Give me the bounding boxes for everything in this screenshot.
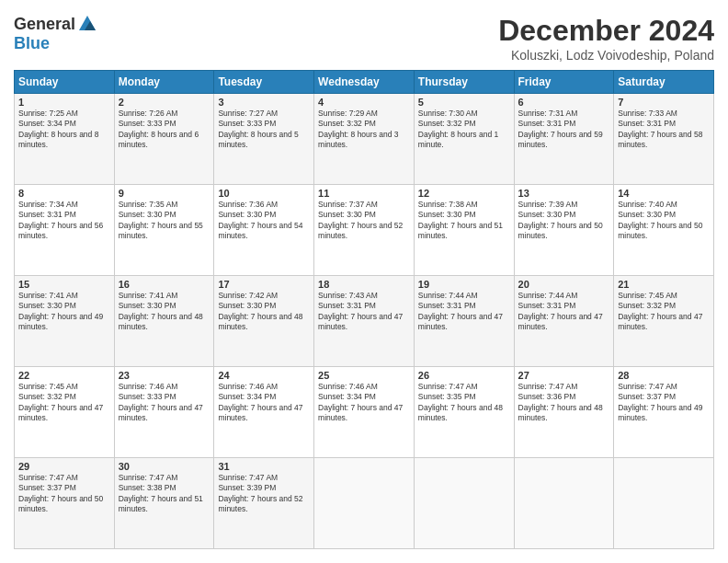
day-content: Sunrise: 7:38 AMSunset: 3:30 PMDaylight:… (418, 200, 510, 242)
calendar-table: Sunday Monday Tuesday Wednesday Thursday… (14, 70, 714, 549)
day-number: 13 (518, 188, 610, 199)
day-number: 3 (218, 97, 310, 108)
calendar-cell: 24Sunrise: 7:46 AMSunset: 3:34 PMDayligh… (214, 367, 314, 458)
calendar-week-3: 15Sunrise: 7:41 AMSunset: 3:30 PMDayligh… (15, 276, 714, 367)
day-content: Sunrise: 7:37 AMSunset: 3:30 PMDaylight:… (318, 200, 410, 242)
calendar-cell: 31Sunrise: 7:47 AMSunset: 3:39 PMDayligh… (214, 458, 314, 549)
day-content: Sunrise: 7:47 AMSunset: 3:39 PMDaylight:… (218, 473, 310, 515)
header-wednesday: Wednesday (314, 71, 415, 94)
calendar-cell: 20Sunrise: 7:44 AMSunset: 3:31 PMDayligh… (514, 276, 614, 367)
day-content: Sunrise: 7:47 AMSunset: 3:38 PMDaylight:… (119, 473, 210, 515)
day-content: Sunrise: 7:26 AMSunset: 3:33 PMDaylight:… (119, 109, 210, 151)
calendar-cell (514, 458, 614, 549)
day-number: 28 (618, 370, 710, 381)
day-number: 23 (119, 370, 210, 381)
calendar-cell: 16Sunrise: 7:41 AMSunset: 3:30 PMDayligh… (114, 276, 214, 367)
day-number: 6 (518, 97, 610, 108)
calendar-week-2: 8Sunrise: 7:34 AMSunset: 3:31 PMDaylight… (15, 185, 714, 276)
day-content: Sunrise: 7:47 AMSunset: 3:37 PMDaylight:… (18, 473, 110, 515)
day-content: Sunrise: 7:43 AMSunset: 3:31 PMDaylight:… (318, 291, 410, 333)
header-sunday: Sunday (15, 71, 115, 94)
logo-general: General (14, 15, 75, 34)
calendar-cell: 22Sunrise: 7:45 AMSunset: 3:32 PMDayligh… (15, 367, 115, 458)
day-number: 25 (318, 370, 410, 381)
calendar-cell: 26Sunrise: 7:47 AMSunset: 3:35 PMDayligh… (414, 367, 514, 458)
day-number: 2 (119, 97, 210, 108)
calendar-cell: 6Sunrise: 7:31 AMSunset: 3:31 PMDaylight… (514, 94, 614, 185)
calendar-cell (614, 458, 714, 549)
day-content: Sunrise: 7:47 AMSunset: 3:35 PMDaylight:… (418, 382, 510, 424)
header-friday: Friday (514, 71, 614, 94)
day-number: 5 (418, 97, 510, 108)
header-monday: Monday (114, 71, 214, 94)
calendar-cell: 17Sunrise: 7:42 AMSunset: 3:30 PMDayligh… (214, 276, 314, 367)
day-content: Sunrise: 7:46 AMSunset: 3:34 PMDaylight:… (318, 382, 410, 424)
day-content: Sunrise: 7:27 AMSunset: 3:33 PMDaylight:… (218, 109, 310, 151)
calendar-cell: 28Sunrise: 7:47 AMSunset: 3:37 PMDayligh… (614, 367, 714, 458)
day-number: 27 (518, 370, 610, 381)
logo-blue: Blue (14, 34, 50, 53)
calendar-cell: 3Sunrise: 7:27 AMSunset: 3:33 PMDaylight… (214, 94, 314, 185)
calendar-cell: 15Sunrise: 7:41 AMSunset: 3:30 PMDayligh… (15, 276, 115, 367)
header-row: Sunday Monday Tuesday Wednesday Thursday… (15, 71, 714, 94)
day-content: Sunrise: 7:42 AMSunset: 3:30 PMDaylight:… (218, 291, 310, 333)
day-content: Sunrise: 7:45 AMSunset: 3:32 PMDaylight:… (618, 291, 710, 333)
calendar-cell: 23Sunrise: 7:46 AMSunset: 3:33 PMDayligh… (114, 367, 214, 458)
day-number: 19 (418, 279, 510, 290)
calendar-cell: 7Sunrise: 7:33 AMSunset: 3:31 PMDaylight… (614, 94, 714, 185)
calendar-cell: 8Sunrise: 7:34 AMSunset: 3:31 PMDaylight… (15, 185, 115, 276)
day-number: 30 (119, 461, 210, 472)
calendar-cell: 1Sunrise: 7:25 AMSunset: 3:34 PMDaylight… (15, 94, 115, 185)
calendar-cell: 12Sunrise: 7:38 AMSunset: 3:30 PMDayligh… (414, 185, 514, 276)
header-saturday: Saturday (614, 71, 714, 94)
day-number: 11 (318, 188, 410, 199)
day-number: 12 (418, 188, 510, 199)
day-content: Sunrise: 7:40 AMSunset: 3:30 PMDaylight:… (618, 200, 710, 242)
calendar-week-4: 22Sunrise: 7:45 AMSunset: 3:32 PMDayligh… (15, 367, 714, 458)
day-content: Sunrise: 7:47 AMSunset: 3:37 PMDaylight:… (618, 382, 710, 424)
calendar-cell: 9Sunrise: 7:35 AMSunset: 3:30 PMDaylight… (114, 185, 214, 276)
calendar-week-5: 29Sunrise: 7:47 AMSunset: 3:37 PMDayligh… (15, 458, 714, 549)
day-number: 4 (318, 97, 410, 108)
day-number: 31 (218, 461, 310, 472)
calendar-cell: 2Sunrise: 7:26 AMSunset: 3:33 PMDaylight… (114, 94, 214, 185)
day-content: Sunrise: 7:33 AMSunset: 3:31 PMDaylight:… (618, 109, 710, 151)
day-number: 18 (318, 279, 410, 290)
day-number: 10 (218, 188, 310, 199)
day-content: Sunrise: 7:30 AMSunset: 3:32 PMDaylight:… (418, 109, 510, 151)
subtitle: Koluszki, Lodz Voivodeship, Poland (498, 48, 714, 63)
day-number: 7 (618, 97, 710, 108)
day-content: Sunrise: 7:47 AMSunset: 3:36 PMDaylight:… (518, 382, 610, 424)
calendar-week-1: 1Sunrise: 7:25 AMSunset: 3:34 PMDaylight… (15, 94, 714, 185)
calendar-cell: 27Sunrise: 7:47 AMSunset: 3:36 PMDayligh… (514, 367, 614, 458)
calendar-cell: 19Sunrise: 7:44 AMSunset: 3:31 PMDayligh… (414, 276, 514, 367)
calendar-cell: 29Sunrise: 7:47 AMSunset: 3:37 PMDayligh… (15, 458, 115, 549)
calendar-cell: 4Sunrise: 7:29 AMSunset: 3:32 PMDaylight… (314, 94, 415, 185)
logo-icon (77, 14, 97, 34)
day-number: 22 (18, 370, 110, 381)
day-number: 21 (618, 279, 710, 290)
header-thursday: Thursday (414, 71, 514, 94)
day-content: Sunrise: 7:41 AMSunset: 3:30 PMDaylight:… (18, 291, 110, 333)
day-content: Sunrise: 7:34 AMSunset: 3:31 PMDaylight:… (18, 200, 110, 242)
day-content: Sunrise: 7:44 AMSunset: 3:31 PMDaylight:… (518, 291, 610, 333)
calendar-cell: 18Sunrise: 7:43 AMSunset: 3:31 PMDayligh… (314, 276, 415, 367)
calendar-cell: 14Sunrise: 7:40 AMSunset: 3:30 PMDayligh… (614, 185, 714, 276)
day-content: Sunrise: 7:46 AMSunset: 3:34 PMDaylight:… (218, 382, 310, 424)
day-content: Sunrise: 7:41 AMSunset: 3:30 PMDaylight:… (119, 291, 210, 333)
calendar-cell: 25Sunrise: 7:46 AMSunset: 3:34 PMDayligh… (314, 367, 415, 458)
calendar-body: 1Sunrise: 7:25 AMSunset: 3:34 PMDaylight… (15, 94, 714, 549)
calendar-cell: 11Sunrise: 7:37 AMSunset: 3:30 PMDayligh… (314, 185, 415, 276)
day-number: 17 (218, 279, 310, 290)
day-number: 29 (18, 461, 110, 472)
day-number: 14 (618, 188, 710, 199)
calendar-cell: 5Sunrise: 7:30 AMSunset: 3:32 PMDaylight… (414, 94, 514, 185)
header-tuesday: Tuesday (214, 71, 314, 94)
day-content: Sunrise: 7:29 AMSunset: 3:32 PMDaylight:… (318, 109, 410, 151)
day-content: Sunrise: 7:44 AMSunset: 3:31 PMDaylight:… (418, 291, 510, 333)
page: General Blue December 2024 Koluszki, Lod… (0, 0, 728, 563)
calendar-cell: 30Sunrise: 7:47 AMSunset: 3:38 PMDayligh… (114, 458, 214, 549)
day-content: Sunrise: 7:35 AMSunset: 3:30 PMDaylight:… (119, 200, 210, 242)
calendar-cell (414, 458, 514, 549)
calendar-cell (314, 458, 415, 549)
